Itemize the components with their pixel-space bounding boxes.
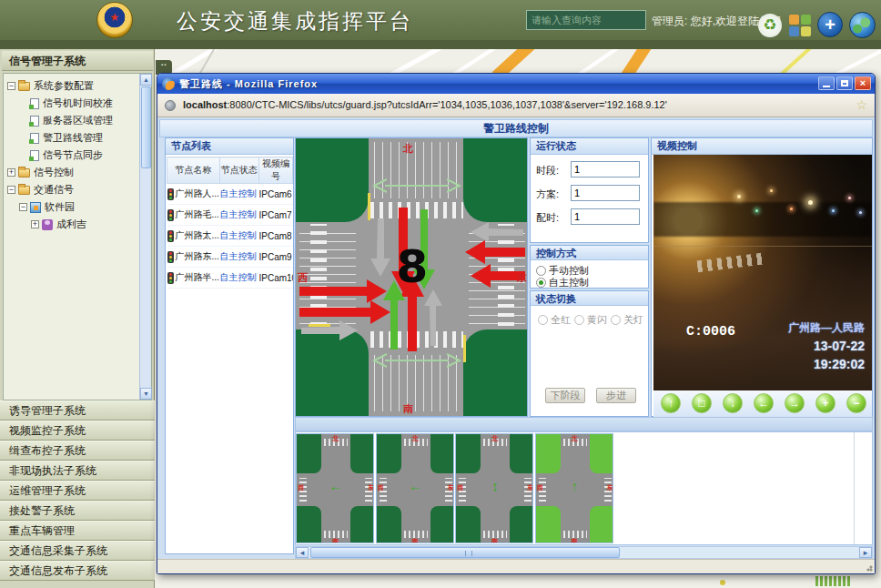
radio-option[interactable]: 全红 [538,313,571,327]
field-input[interactable] [571,185,640,201]
sidebar-menu-item[interactable]: 运维管理子系统 [0,481,155,501]
field-input[interactable] [571,161,640,177]
add-icon[interactable]: + [817,12,843,37]
thumb-dir-north: 北 [332,434,339,443]
sidebar: 信号管理子系统 − 系统参数配置 信号机时间校准 服务器区域管理 警卫路线管理 … [0,49,155,588]
table-row[interactable]: 广州路东... 自主控制 IPCam9 [167,247,293,268]
minimize-button[interactable] [818,76,835,90]
route-node-thumbnail[interactable]: 北 南 西 东 ← [296,433,374,543]
tree-item-3[interactable]: 警卫路线管理 [5,129,137,147]
route-node-thumbnail[interactable]: 北 南 西 东 ↑ [535,433,613,543]
radio-icon[interactable] [538,315,548,325]
tree-item-label: 软件园 [45,200,75,214]
tree-icon [18,168,30,177]
tree-item-7[interactable]: − 软件园 [5,198,137,216]
radio-option[interactable]: 黄闪 [574,313,607,327]
scroll-down-icon[interactable]: ▼ [140,388,152,400]
ptz-controls: ↑□↓←→+− [653,390,872,417]
sidebar-menu-item[interactable]: 诱导管理子系统 [0,400,155,421]
tree-item-4[interactable]: 信号节点同步 [5,147,137,164]
table-row[interactable]: 广州路人... 自主控制 IPCam6 [167,184,293,205]
thumb-dir-west: 西 [298,483,304,492]
url-text[interactable]: localhost:8080/CTC-MICS/libs/utcs/guard.… [183,99,667,110]
tree-scrollbar[interactable]: ▲ ▼ [139,74,151,400]
radio-label: 黄闪 [587,314,607,325]
radio-option[interactable]: 自主控制 [536,276,589,289]
radio-option[interactable]: 关灯 [611,313,643,327]
table-row[interactable]: 广州路太... 自主控制 IPCam8 [167,226,293,247]
ptz-right-button[interactable]: → [785,393,805,413]
police-badge-logo [96,2,133,38]
scroll-left-icon[interactable]: ◂ [296,547,309,558]
tree-expander[interactable]: − [7,186,15,194]
col-node-name[interactable]: 节点名称 [167,157,220,184]
scroll-right-icon[interactable]: ▸ [859,547,872,558]
radio-label: 自主控制 [549,277,589,288]
route-node-thumbnail[interactable]: 北 南 西 东 ← [376,433,454,543]
search-input[interactable] [526,10,646,30]
ptz-down-button[interactable]: ↓ [723,393,743,413]
ptz-up-button[interactable]: ↑ [661,393,681,413]
sidebar-menu-item-label: 交通信息发布子系统 [9,564,107,577]
sidebar-menu-item[interactable]: 缉查布控子系统 [0,441,155,461]
node-video-id: IPCam7 [259,205,293,226]
sidebar-menu-item[interactable]: 交通信息采集子系统 [0,541,155,561]
tree-item-0[interactable]: − 系统参数配置 [5,77,137,95]
url-bar[interactable]: localhost:8080/CTC-MICS/libs/utcs/guard.… [157,94,875,117]
table-row[interactable]: 广州路毛... 自主控制 IPCam7 [167,205,293,226]
sidebar-menu-item[interactable]: 视频监控子系统 [0,421,155,441]
table-row[interactable]: 广州路半... 自主控制 IPCam10 [167,268,293,289]
tree-item-5[interactable]: + 信号控制 [5,164,137,181]
phase-button[interactable]: 步进 [596,388,636,403]
route-node-thumbnail[interactable]: 北 南 西 东 ↕ [455,433,533,543]
node-status: 自主控制 [220,226,259,247]
maximize-button[interactable] [836,76,853,90]
sidebar-header-signal-subsystem[interactable]: 信号管理子系统 [2,51,153,71]
node-status: 自主控制 [220,247,259,268]
phase-button[interactable]: 下阶段 [545,388,585,403]
tree-item-6[interactable]: − 交通信号 [5,181,137,198]
tree-expander[interactable]: − [19,203,27,211]
radio-icon[interactable] [611,315,621,325]
ptz-zoom-out-button[interactable]: − [846,393,866,413]
resize-grip[interactable] [864,563,873,572]
thumbnails-scrollbar[interactable]: ◂ ▸ [295,546,873,559]
ptz-left-button[interactable]: ← [754,393,774,413]
apps-grid-icon[interactable] [789,15,811,36]
field-input[interactable] [571,208,640,225]
tree-item-8[interactable]: + 成利吉 [5,216,137,233]
node-list-title: 节点列表 [166,138,293,155]
radio-icon[interactable] [536,278,546,288]
tree-icon [18,82,30,91]
radio-icon[interactable] [536,266,546,276]
tree-item-1[interactable]: 信号机时间校准 [5,95,137,112]
col-video-id[interactable]: 视频编号 [259,157,293,184]
map-globe-icon[interactable] [849,12,876,38]
sidebar-menu-item[interactable]: 接处警子系统 [0,501,155,521]
radio-icon[interactable] [574,315,584,325]
video-crosswalk [696,253,763,273]
scrollbar-thumb[interactable] [310,547,620,558]
col-node-status[interactable]: 节点状态 [220,157,259,184]
ptz-stop-button[interactable]: □ [692,393,712,413]
sidebar-menu-item[interactable]: 重点车辆管理 [0,521,155,541]
bookmark-star-icon[interactable]: ☆ [856,97,867,112]
ptz-zoom-in-button[interactable]: + [815,393,835,413]
sidebar-menu-item[interactable]: 非现场执法子系统 [0,461,155,481]
thumb-phase-arrow: ← [406,478,426,493]
tree-expander[interactable]: + [7,168,15,177]
section-divider [295,417,873,431]
tree-item-2[interactable]: 服务器区域管理 [5,112,137,129]
refresh-icon[interactable]: ♻ [758,14,782,37]
sidebar-menu-item[interactable]: 交通信息发布子系统 [0,561,155,581]
dir-label-south: 南 [403,402,413,416]
tree-expander[interactable]: − [7,82,15,90]
tree-expander[interactable]: + [31,220,39,228]
tree-scrollbar-thumb[interactable] [141,86,151,168]
scroll-up-icon[interactable]: ▲ [140,74,152,86]
window-titlebar[interactable]: 警卫路线 - Mozilla Firefox × [157,74,875,94]
camera-date-overlay: 13-07-22 [814,339,865,353]
node-table: 节点名称 节点状态 视频编号 广州路人... 自主控制 IPCam6 广州路毛.… [167,157,293,289]
close-button[interactable]: × [855,76,871,90]
route-node-thumbnails: 北 南 西 东 ← 北 南 西 东 ← 北 南 西 东 ↕ [295,431,873,545]
